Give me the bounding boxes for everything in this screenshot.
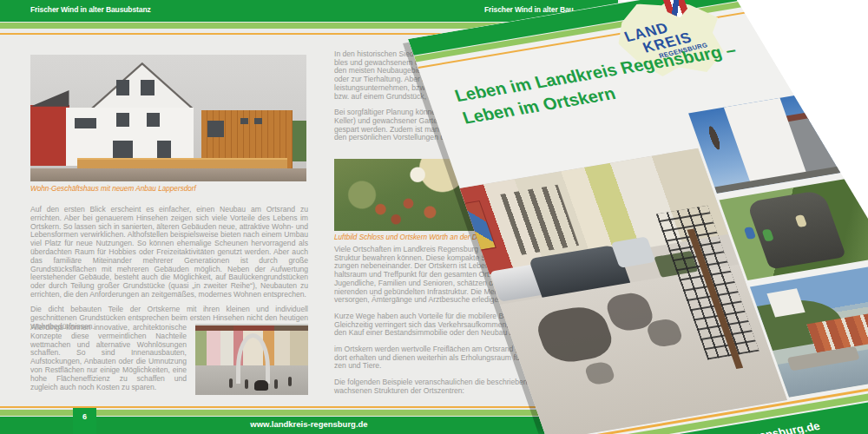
construction-ground xyxy=(30,168,306,181)
header-title-right: Frischer Wind in alter Bau xyxy=(484,5,574,14)
photo-caption-left: Wohn-Geschäftshaus mit neuem Anbau Lappe… xyxy=(30,185,196,193)
photo-construction-site xyxy=(30,55,306,181)
person xyxy=(744,227,757,240)
photo-town-street xyxy=(195,324,308,395)
trees xyxy=(293,121,306,161)
red-building xyxy=(30,105,69,166)
cover-photo-gabled-house xyxy=(688,90,854,194)
footer-url: www.landkreis-regensburg.de xyxy=(0,419,618,429)
header-title-left: Frischer Wind in alter Bausubstanz xyxy=(30,5,151,14)
left-page-paragraph-1: Auf den ersten Blick erscheint es einfac… xyxy=(30,206,308,299)
left-page-paragraph-2: Allerdings können innovative, architekto… xyxy=(30,324,308,398)
brochure-screenshot: Frischer Wind in alter Bausubstanz Frisc… xyxy=(0,0,868,434)
cover-photo-viewpoint-bench xyxy=(720,177,868,280)
photo-caption-right: Luftbild Schloss und Ortskern Wörth an d… xyxy=(334,233,493,241)
horse-statue xyxy=(254,380,268,391)
carved-bench xyxy=(746,189,847,269)
red-building-roof xyxy=(30,90,69,107)
